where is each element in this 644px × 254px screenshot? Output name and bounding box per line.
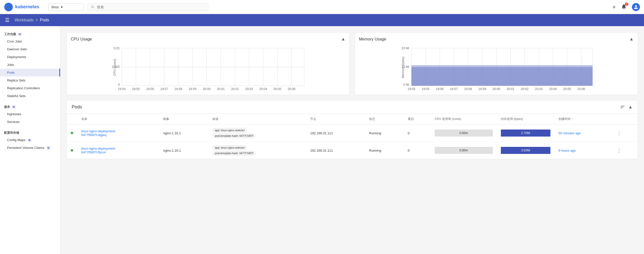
svg-text:20:05: 20:05	[563, 87, 571, 90]
svg-text:k8s: k8s	[7, 6, 11, 9]
pods-table-collapse-button[interactable]: ▲	[628, 104, 633, 110]
add-button[interactable]: +	[612, 4, 616, 11]
namespace-value: linux	[52, 5, 59, 9]
pod-link-2[interactable]: linux-nginx-deployment-6477f56f7f-fbzn4	[81, 147, 116, 154]
sidebar-item-ingresses[interactable]: Ingresses	[0, 110, 60, 118]
sidebar-item-daemon-sets[interactable]: Daemon Sets	[0, 45, 60, 53]
svg-text:19:56: 19:56	[436, 87, 444, 90]
svg-text:19:59: 19:59	[478, 87, 486, 90]
col-status	[67, 114, 77, 124]
svg-text:20:06: 20:06	[577, 87, 585, 90]
sidebar-section-workloads: 工作负载 N	[0, 30, 60, 37]
namespace-selector[interactable]: linux ▾	[48, 3, 84, 11]
svg-text:19:55: 19:55	[132, 87, 140, 90]
menu-icon[interactable]: ☰	[5, 17, 10, 23]
notification-badge: 3	[625, 3, 628, 6]
col-name: 名称	[77, 114, 159, 124]
svg-text:19:58: 19:58	[464, 87, 472, 90]
memory-chart-header: Memory Usage ▲	[359, 36, 634, 42]
sidebar-item-cron-jobs[interactable]: Cron Jobs	[0, 37, 60, 45]
more-button-2[interactable]: ⋮	[617, 148, 622, 153]
tag-chip: pod-template-hash: 6477f 56f7f	[213, 151, 256, 155]
col-cpu: CPU 使用率 (cores)	[431, 114, 497, 124]
actions-cell-2: ⋮	[613, 142, 638, 159]
svg-text:19:54: 19:54	[118, 87, 126, 90]
svg-text:20:06: 20:06	[288, 87, 295, 90]
pvc-badge: N	[46, 146, 51, 150]
col-created: 创建时间 ↑	[554, 114, 613, 124]
image-cell-2: nginx:1.16.1	[159, 142, 209, 159]
main-layout: 工作负载 N Cron Jobs Daemon Sets Deployments…	[0, 26, 644, 254]
svg-text:0.01: 0.01	[114, 47, 120, 50]
sidebar-section-config: 配置和存储	[0, 129, 60, 136]
search-input[interactable]	[97, 5, 205, 9]
svg-text:20:03: 20:03	[245, 87, 253, 90]
svg-text:19:57: 19:57	[160, 87, 168, 90]
user-avatar[interactable]	[632, 3, 640, 11]
sidebar-item-replication-controllers[interactable]: Replication Controllers	[0, 84, 60, 92]
kubernetes-logo-icon: k8s	[4, 3, 13, 12]
svg-text:CPU (cores): CPU (cores)	[113, 59, 116, 76]
sidebar-section-services-label: 服务	[4, 105, 10, 109]
memory-bar-2: 3.63Mi	[501, 147, 551, 154]
sidebar-section-workloads-badge: N	[18, 33, 22, 36]
svg-text:20:03: 20:03	[535, 87, 543, 90]
col-actions	[613, 114, 638, 124]
labels-cell-1: app: linux-nginx-selector pod-template-h…	[209, 124, 306, 142]
sidebar-item-jobs[interactable]: Jobs	[0, 61, 60, 69]
sidebar-section-services-badge: N	[12, 105, 16, 109]
svg-text:20:00: 20:00	[203, 87, 211, 90]
sidebar-item-replica-sets[interactable]: Replica Sets	[0, 76, 60, 84]
cpu-chart-collapse-button[interactable]: ▲	[341, 36, 345, 42]
logo: k8s kubernetes	[4, 3, 44, 12]
svg-text:19:56: 19:56	[146, 87, 154, 90]
sidebar-item-deployments[interactable]: Deployments	[0, 53, 60, 61]
filter-icon[interactable]	[620, 105, 625, 110]
created-link-1[interactable]: 50 minutes ago	[558, 131, 581, 135]
sidebar-item-pods[interactable]: Pods	[0, 69, 60, 76]
name-cell-1: linux-nginx-deployment-6477f56f7f-dqjwq	[77, 124, 159, 142]
status-cell-1	[67, 124, 77, 142]
sidebar-item-config-maps[interactable]: Config Maps N	[0, 136, 60, 144]
pods-table: 名称 镜像 标签 节点 状态 重启 CPU 使用率 (cores) 内存使用 (…	[67, 114, 638, 159]
sidebar-section-workloads-label: 工作负载	[4, 32, 16, 36]
tag-chip: app: linux-nginx-selector	[213, 145, 247, 150]
sidebar-item-stateful-sets[interactable]: Stateful Sets	[0, 92, 60, 100]
svg-text:20:04: 20:04	[549, 87, 557, 90]
notification-button[interactable]: 3	[621, 4, 627, 10]
svg-text:0 Mi: 0 Mi	[403, 83, 409, 87]
col-memory: 内存使用 (bytes)	[497, 114, 555, 124]
labels-cell-2: app: linux-nginx-selector pod-template-h…	[209, 142, 306, 159]
table-row: linux-nginx-deployment-6477f56f7f-dqjwq …	[67, 124, 638, 142]
pods-table-title: Pods	[72, 104, 82, 110]
sidebar-section-config-label: 配置和存储	[4, 131, 19, 135]
svg-text:20:02: 20:02	[521, 87, 529, 90]
sidebar-item-services[interactable]: Services	[0, 118, 60, 126]
svg-text:20:05: 20:05	[273, 87, 281, 90]
cpu-chart-header: CPU Usage ▲	[71, 36, 345, 42]
memory-chart-title: Memory Usage	[359, 37, 386, 41]
topbar-right-actions: + 3	[612, 3, 640, 11]
table-row: linux-nginx-deployment-6477f56f7f-fbzn4 …	[67, 142, 638, 159]
svg-text:20:01: 20:01	[217, 87, 225, 90]
sidebar-item-pvc[interactable]: Persistent Volume Claims N	[0, 144, 60, 152]
pod-link-1[interactable]: linux-nginx-deployment-6477f56f7f-dqjwq	[81, 129, 116, 137]
cpu-bar-1: 0.00m	[435, 130, 493, 137]
subheader: ☰ Workloads > Pods	[0, 14, 644, 26]
memory-chart-collapse-button[interactable]: ▲	[629, 36, 634, 42]
created-link-2[interactable]: 9 hours ago	[558, 149, 576, 152]
status-dot-running-2	[71, 149, 73, 152]
logo-text: kubernetes	[15, 4, 39, 10]
table-header-row: 名称 镜像 标签 节点 状态 重启 CPU 使用率 (cores) 内存使用 (…	[67, 114, 638, 124]
svg-text:20:01: 20:01	[507, 87, 514, 90]
node-cell-1: 192.168.31.111	[306, 124, 365, 142]
created-cell-2: 9 hours ago	[554, 142, 613, 159]
cpu-cell-1: 0.00m	[431, 124, 497, 142]
svg-text:19:57: 19:57	[450, 87, 458, 90]
breadcrumb-separator: >	[35, 18, 38, 22]
pods-table-card: Pods ▲ 名称 镜像 标签 节点 状态	[66, 100, 638, 159]
memory-chart-svg: 20 Mi 10 Mi 0 Mi Memory (bytes)	[359, 45, 634, 90]
memory-cell-1: 2.70Mi	[497, 124, 555, 142]
breadcrumb-workloads[interactable]: Workloads	[15, 18, 33, 22]
more-button-1[interactable]: ⋮	[617, 130, 622, 136]
